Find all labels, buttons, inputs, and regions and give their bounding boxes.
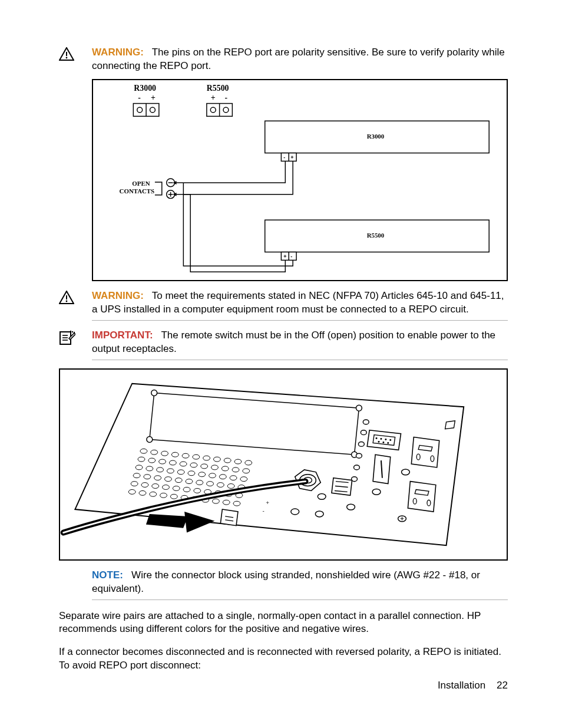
svg-point-144 [402,469,410,475]
svg-point-90 [183,487,190,492]
svg-point-61 [232,467,239,472]
svg-point-122 [382,442,384,443]
svg-point-99 [160,493,167,498]
svg-point-62 [243,469,250,473]
warning-1-callout: WARNING: The pins on the REPO port are p… [59,46,508,73]
svg-point-123 [387,442,389,444]
diagram-r3000-conn-plus: + [290,154,293,160]
svg-point-96 [128,489,135,494]
diagram-r5500-box-label: R5500 [367,232,385,239]
svg-point-42 [151,450,158,454]
svg-point-146 [347,504,355,510]
svg-point-127 [356,453,362,458]
svg-point-53 [148,458,156,463]
page-footer: Installation 22 [438,679,508,693]
note-1-callout: NOTE: Wire the connector block using str… [59,569,508,596]
svg-point-57 [190,463,197,467]
svg-point-100 [170,494,177,499]
svg-point-47 [203,456,210,460]
warning-triangle-icon [59,291,74,305]
svg-point-46 [193,454,200,459]
svg-point-138 [416,454,420,460]
svg-point-97 [139,490,146,495]
diagram-r3000-minus: - [138,93,141,101]
footer-section: Installation [438,680,485,691]
svg-point-89 [173,486,180,490]
svg-point-2 [66,57,68,59]
svg-point-40 [147,436,153,442]
svg-point-63 [135,465,143,470]
svg-point-73 [240,476,247,481]
footer-page: 22 [497,680,508,691]
rule [92,360,508,360]
svg-marker-140 [408,481,435,511]
svg-point-59 [211,465,219,470]
body-paragraph-2: If a connector becomes disconnected and … [59,645,508,673]
svg-point-38 [356,405,362,411]
svg-point-91 [194,488,201,493]
warning-2-callout: WARNING: To meet the requirements stated… [59,289,508,317]
svg-point-60 [222,466,229,471]
diagram-r5500-conn-plus: + [283,253,286,259]
diagram-open-label: OPEN [132,180,150,187]
svg-point-74 [133,473,140,477]
svg-point-50 [234,459,242,464]
diagram-r5500-plus: + [211,93,216,101]
svg-point-145 [372,489,381,495]
svg-point-72 [230,475,237,480]
svg-point-104 [212,499,219,503]
svg-point-5 [137,107,143,113]
svg-marker-136 [411,437,439,467]
svg-point-44 [171,452,178,457]
svg-point-86 [141,482,148,487]
svg-point-68 [188,470,195,475]
svg-point-87 [152,483,159,488]
svg-point-69 [199,472,206,476]
svg-point-6 [150,107,156,113]
svg-point-67 [177,470,184,475]
svg-point-41 [140,449,147,453]
rear-panel-diagram: + - [59,368,508,561]
svg-point-49 [224,458,231,463]
svg-point-149 [315,511,323,517]
svg-point-148 [291,509,299,515]
svg-point-126 [358,442,364,446]
diagram-r5500-conn-minus: - [290,253,292,259]
svg-point-121 [378,441,380,443]
diagram-r5500-top-label: R5500 [207,84,229,93]
svg-point-82 [217,482,224,487]
svg-point-119 [385,439,386,440]
rule [92,320,508,321]
svg-point-139 [431,456,434,462]
svg-point-105 [223,500,230,505]
svg-point-85 [131,481,138,486]
body-paragraph-1: Separate wire pairs are attached to a si… [59,610,508,637]
diagram-r3000-top-label: R3000 [134,84,156,93]
svg-point-76 [154,475,161,480]
svg-marker-112 [220,509,238,526]
svg-point-80 [196,480,203,485]
warning-2-text: To meet the requirements stated in NEC (… [92,290,504,315]
warning-1-text: The pins on the REPO port are polarity s… [92,47,505,71]
svg-marker-110 [146,514,188,528]
svg-marker-31 [69,333,75,340]
svg-point-56 [180,462,187,466]
svg-point-78 [175,477,182,482]
svg-point-45 [182,453,189,458]
diagram-r3000-box-label: R3000 [367,133,385,140]
svg-point-106 [233,501,240,506]
svg-point-48 [213,457,220,462]
diagram-r5500-minus: - [225,93,228,101]
note-1-text: Wire the connector block using stranded,… [92,569,480,594]
svg-point-88 [163,485,170,489]
svg-point-65 [157,467,164,472]
svg-point-117 [376,437,378,439]
svg-point-66 [167,469,174,473]
svg-point-58 [201,464,208,469]
svg-point-118 [380,438,382,440]
polarity-diagram: R3000 R5500 - + + - R30 [92,79,508,281]
svg-point-143 [427,500,431,506]
svg-point-37 [151,390,157,396]
svg-point-70 [209,473,216,477]
warning-2-label: WARNING: [92,290,144,301]
